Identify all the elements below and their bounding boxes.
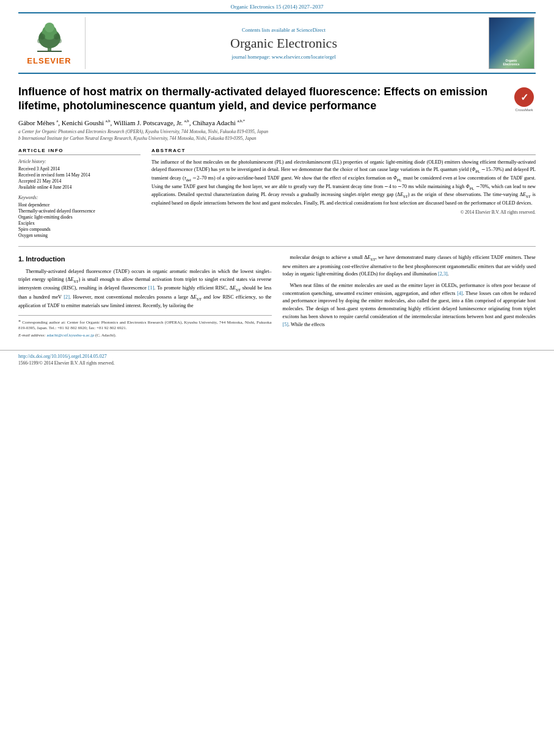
issn-line: 1566-1199/© 2014 Elsevier B.V. All right… (18, 360, 536, 366)
abstract-text: The influence of the host molecules on t… (151, 159, 536, 206)
article-title: Influence of host matrix on thermally-ac… (18, 85, 506, 114)
journal-title: Organic Electronics (230, 35, 337, 51)
journal-citation: Organic Electronics 15 (2014) 2027–2037 (0, 0, 554, 12)
journal-homepage: journal homepage: www.elsevier.com/locat… (231, 54, 336, 60)
crossmark-label: CrossMark (515, 108, 533, 112)
article-info-col: ARTICLE INFO Article history: Received 3… (18, 148, 140, 239)
main-content: 1. Introduction Thermally-activated dela… (18, 254, 536, 339)
svg-point-3 (45, 23, 54, 32)
history-label: Article history: (18, 159, 140, 164)
abstract-heading: ABSTRACT (151, 148, 536, 155)
article-info-heading: ARTICLE INFO (18, 148, 140, 155)
footnote-area: * Corresponding author at: Center for Or… (18, 315, 272, 339)
ref-2-3: [2,3] (438, 271, 448, 277)
email-link[interactable]: adachi@csif.kyushu-u.ac.jp (46, 333, 94, 338)
section-divider (18, 246, 536, 247)
keyword-5: Spiro compounds (18, 227, 140, 232)
keywords-label: Keywords: (18, 195, 140, 200)
svg-point-7 (57, 38, 62, 43)
keyword-1: Host dependence (18, 202, 140, 208)
authors-line: Gábor Méhes a, Kenichi Goushi a,b, Willi… (18, 118, 536, 126)
ref-2: [2] (64, 294, 70, 300)
cover-thumbnail: OrganicElectronics (489, 17, 534, 69)
intro-para-1: Thermally-activated delayed fluorescence… (18, 268, 272, 310)
svg-rect-8 (37, 51, 62, 52)
footnote-star-note: * Corresponding author at: Center for Or… (18, 319, 272, 332)
journal-header: ELSEVIER Contents lists available at Sci… (18, 12, 536, 74)
elsevier-logo: ELSEVIER (18, 17, 86, 69)
elsevier-tree-icon (25, 21, 74, 55)
intro-para-col2-2: When neat films of the emitter molecules… (283, 282, 536, 329)
info-abstract-section: ARTICLE INFO Article history: Received 3… (18, 148, 536, 239)
crossmark-icon: ✓ (514, 87, 534, 107)
affiliations: a Center for Organic Photonics and Elect… (18, 129, 536, 142)
footnote-email: E-mail address: adachi@csif.kyushu-u.ac.… (18, 333, 272, 339)
journal-center-header: Contents lists available at ScienceDirec… (86, 17, 482, 69)
intro-heading: 1. Introduction (18, 254, 272, 264)
affiliation-b: b International Institute for Carbon Neu… (18, 136, 536, 142)
page: Organic Electronics 15 (2014) 2027–2037 … (0, 0, 554, 756)
contents-available: Contents lists available at ScienceDirec… (242, 27, 326, 33)
affiliation-a: a Center for Organic Photonics and Elect… (18, 129, 536, 136)
bottom-bar: http://dx.doi.org/10.1016/j.orgel.2014.0… (0, 350, 554, 369)
homepage-text: journal homepage: www.elsevier.com/locat… (231, 54, 336, 60)
keyword-6: Oxygen sensing (18, 233, 140, 238)
main-col-1: 1. Introduction Thermally-activated dela… (18, 254, 272, 339)
online-date: Available online 4 June 2014 (18, 184, 140, 190)
copyright-text: © 2014 Elsevier B.V. All rights reserved… (151, 209, 536, 215)
ref-1: [1] (148, 285, 155, 291)
cover-label: OrganicElectronics (503, 59, 520, 66)
keyword-2: Thermally-activated delayed fluorescence (18, 208, 140, 214)
main-col-2: molecular design to achieve a small ΔEST… (283, 254, 536, 339)
elsevier-brand: ELSEVIER (27, 56, 71, 65)
accepted-date: Accepted 21 May 2014 (18, 178, 140, 184)
contents-text: Contents lists available at ScienceDirec… (242, 27, 326, 33)
article-body: Influence of host matrix on thermally-ac… (0, 74, 554, 345)
keyword-3: Organic light-emitting diodes (18, 214, 140, 220)
revised-date: Received in revised form 14 May 2014 (18, 172, 140, 178)
title-section: Influence of host matrix on thermally-ac… (18, 85, 536, 114)
intro-para-col2-1: molecular design to achieve a small ΔEST… (283, 254, 536, 278)
journal-cover-image: OrganicElectronics (487, 17, 536, 69)
abstract-col: ABSTRACT The influence of the host molec… (151, 148, 536, 239)
ref-5: [5] (283, 322, 289, 327)
citation-text: Organic Electronics 15 (2014) 2027–2037 (231, 4, 324, 10)
keywords-section: Keywords: Host dependence Thermally-acti… (18, 195, 140, 238)
crossmark-widget[interactable]: ✓ CrossMark (512, 87, 536, 112)
svg-point-6 (37, 38, 42, 43)
ref-4: [4] (457, 291, 463, 296)
received-date: Received 3 April 2014 (18, 166, 140, 172)
doi-link[interactable]: http://dx.doi.org/10.1016/j.orgel.2014.0… (18, 354, 536, 359)
keyword-4: Exciplex (18, 220, 140, 226)
